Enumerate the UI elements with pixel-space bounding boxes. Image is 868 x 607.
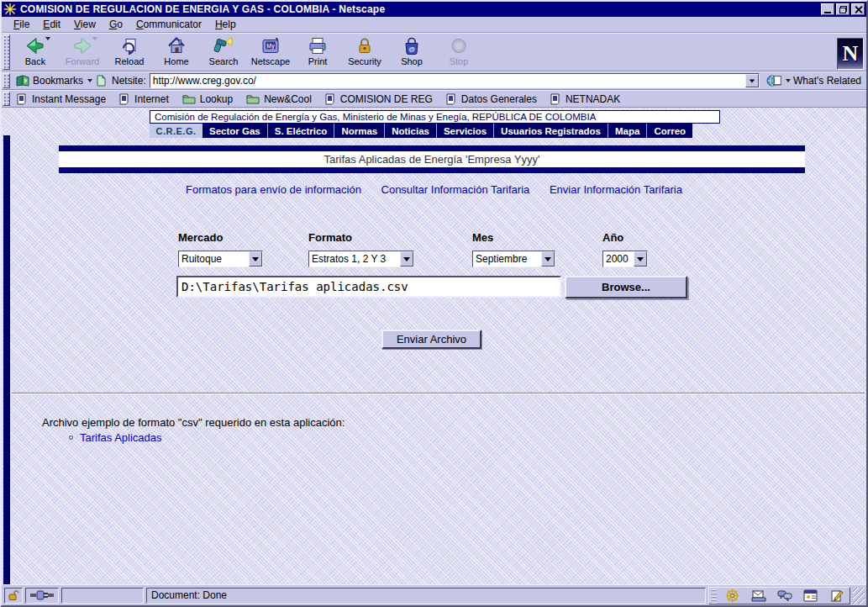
menu-view[interactable]: View [67, 17, 103, 32]
link-formatos-envio[interactable]: Formatos para envío de información [186, 183, 361, 196]
home-icon [166, 36, 187, 55]
formato-select[interactable]: Estratos 1, 2 Y 3 [308, 251, 414, 267]
minimize-button[interactable] [821, 3, 834, 15]
address-book-button[interactable] [797, 588, 823, 604]
status-bar: Document: Done [2, 584, 866, 605]
bookmark-internet[interactable]: Internet [114, 93, 177, 105]
file-path-input[interactable] [176, 276, 561, 298]
nav-tab-creg[interactable]: C.R.E.G. [150, 124, 203, 138]
bookmark-page-icon [17, 93, 28, 105]
mercado-select[interactable]: Ruitoque [178, 251, 263, 267]
title-bar: COMISION DE REGULACION DE ENERGIA Y GAS … [2, 2, 866, 17]
discussions-button[interactable] [771, 588, 797, 604]
composer-pen-icon [830, 589, 844, 602]
bookmark-page-icon [550, 93, 561, 105]
forward-arrow-icon [72, 36, 92, 55]
example-note: Archivo ejemplo de formato "csv" requeri… [42, 416, 345, 429]
dropdown-arrow-icon [252, 257, 259, 261]
restore-button[interactable] [836, 3, 850, 15]
navigation-toolbar: Back Forward Reload Home [2, 33, 866, 71]
nav-usuarios-registrados[interactable]: Usuarios Registrados [493, 124, 608, 138]
horizontal-rule [12, 393, 865, 394]
navigator-button[interactable] [719, 588, 745, 604]
bookmark-page-icon [119, 93, 130, 105]
reload-button[interactable]: Reload [106, 34, 153, 70]
home-button[interactable]: Home [153, 34, 200, 70]
reload-icon [119, 36, 139, 55]
link-enviar-informacion[interactable]: Enviar Información Tarifaria [550, 183, 682, 196]
back-button[interactable]: Back [12, 34, 59, 70]
online-status-button[interactable] [25, 588, 59, 604]
bookmark-folder-lookup[interactable]: Lookup [177, 93, 241, 105]
ano-select[interactable]: 2000 [602, 251, 648, 267]
stop-button[interactable]: Stop [435, 34, 482, 70]
nav-sector-gas[interactable]: Sector Gas [203, 124, 267, 138]
whats-related-button[interactable]: What's Related [760, 74, 866, 87]
back-dropdown-caret[interactable] [45, 37, 50, 40]
bookmark-instant-message[interactable]: Instant Message [12, 93, 114, 105]
restore-icon [839, 6, 847, 13]
location-bar-gripper[interactable] [3, 73, 10, 88]
navigator-wheel-icon [725, 589, 739, 603]
security-button[interactable]: Security [341, 34, 388, 70]
menu-edit[interactable]: Edit [36, 17, 67, 32]
quickfile-page-icon[interactable] [96, 75, 107, 87]
shop-button[interactable]: @ Shop [388, 34, 435, 70]
bookmark-datos-generales[interactable]: Datos Generales [441, 93, 545, 105]
print-button[interactable]: Print [294, 34, 341, 70]
plug-icon [29, 590, 55, 600]
bookmark-comision-de-reg[interactable]: COMISION DE REG [320, 93, 441, 105]
url-dropdown-button[interactable] [745, 74, 759, 87]
page-title-band: Tarifas Aplicadas de Energía 'Empresa Yy… [59, 145, 805, 173]
netsite-label: Netsite: [112, 75, 146, 87]
composer-button[interactable] [823, 588, 850, 604]
nav-correo[interactable]: Correo [646, 124, 692, 138]
formato-label: Formato [308, 231, 352, 244]
window-resize-grip[interactable] [853, 588, 865, 604]
link-consultar-informacion[interactable]: Consultar Información Tarifaria [381, 183, 530, 196]
search-flashlight-icon [213, 36, 234, 55]
nav-noticias[interactable]: Noticias [384, 124, 436, 138]
bookmark-netnadak[interactable]: NETNADAK [545, 93, 629, 105]
location-bar: Bookmarks Netsite: What's Related [2, 71, 866, 90]
svg-text:@: @ [408, 45, 415, 53]
nav-mapa[interactable]: Mapa [608, 124, 646, 138]
browser-viewport: Comisión de Regulación de Energía y Gas,… [2, 108, 866, 584]
dropdown-arrow-icon [544, 257, 551, 261]
nav-normas[interactable]: Normas [334, 124, 384, 138]
menu-file[interactable]: File [7, 17, 36, 32]
nav-s-electrico[interactable]: S. Eléctrico [267, 124, 334, 138]
netscape-n-logo[interactable]: N [837, 38, 864, 70]
forward-button[interactable]: Forward [59, 34, 106, 70]
menu-go[interactable]: Go [103, 17, 129, 32]
nav-servicios[interactable]: Servicios [436, 124, 493, 138]
bookmarks-button[interactable]: Bookmarks [12, 75, 96, 87]
mes-select[interactable]: Septiembre [472, 251, 555, 267]
bookmark-folder-newcool[interactable]: New&Cool [241, 93, 320, 105]
browse-button[interactable]: Browse... [565, 276, 687, 298]
mes-label: Mes [472, 231, 493, 244]
inbox-button[interactable] [745, 588, 771, 604]
enviar-archivo-button[interactable]: Enviar Archivo [381, 330, 481, 349]
menu-bar: File Edit View Go Communicator Help [2, 17, 866, 33]
component-bar-drag-handle[interactable] [709, 588, 719, 604]
forward-dropdown-caret[interactable] [92, 37, 97, 40]
close-button[interactable] [851, 3, 865, 15]
personal-toolbar-gripper[interactable] [3, 92, 10, 106]
progress-bar [61, 588, 144, 604]
menu-communicator[interactable]: Communicator [129, 17, 208, 32]
example-link-row: Tarifas Aplicadas [69, 431, 162, 444]
site-navigation: C.R.E.G. Sector Gas S. Eléctrico Normas … [150, 124, 692, 138]
menu-help[interactable]: Help [208, 17, 243, 32]
inbox-mail-icon [751, 589, 766, 602]
mercado-label: Mercado [178, 231, 223, 244]
nav-dark-bar: Sector Gas S. Eléctrico Normas Noticias … [203, 124, 692, 138]
my-netscape-button[interactable]: My Netscape [247, 34, 294, 70]
url-input[interactable] [150, 74, 745, 87]
security-status-button[interactable] [4, 588, 23, 604]
search-button[interactable]: Search [200, 34, 247, 70]
toolbar-gripper[interactable] [3, 34, 10, 70]
tarifas-aplicadas-link[interactable]: Tarifas Aplicadas [80, 431, 162, 444]
personal-toolbar: Instant Message Internet Lookup New&Cool… [2, 90, 866, 108]
window-title: COMISION DE REGULACION DE ENERGIA Y GAS … [20, 3, 819, 15]
